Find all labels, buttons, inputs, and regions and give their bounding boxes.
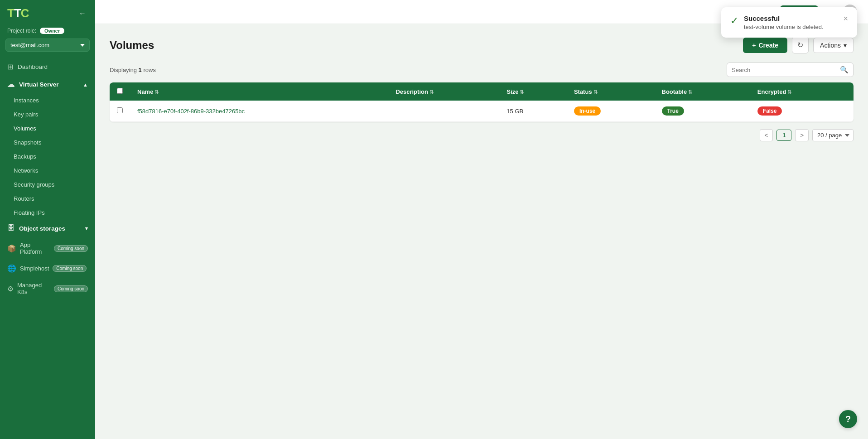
simplehost-badge: Coming soon: [53, 265, 87, 272]
table-body: f58d7816-e70f-402f-86b9-332be47265bc 15 …: [110, 101, 854, 122]
sidebar-item-security-groups[interactable]: Security groups: [0, 178, 95, 192]
toast-title: Successful: [744, 14, 838, 22]
nav-dashboard: ⊞ Dashboard: [0, 58, 95, 76]
encrypted-badge: False: [757, 106, 782, 116]
toast-notification: ✓ Successful test-volume volume is delet…: [721, 7, 857, 38]
app-platform-icon: 📦: [7, 244, 16, 253]
select-all-header: [110, 82, 130, 101]
col-bootable[interactable]: Bootable: [655, 82, 750, 101]
bootable-badge: True: [662, 106, 684, 116]
content-area: Volumes + Create ↻ Actions ▾ Displaying …: [95, 24, 868, 439]
project-selector[interactable]: test@mail.com: [5, 39, 90, 52]
toast-success-icon: ✓: [730, 15, 738, 27]
actions-button[interactable]: Actions ▾: [813, 38, 854, 53]
pagination: < 1 > 10 / page 20 / page 50 / page: [110, 129, 854, 141]
sidebar-collapse-button[interactable]: ←: [77, 8, 88, 19]
displaying-number: 1: [139, 67, 142, 73]
row-description-cell: [388, 101, 499, 122]
owner-badge: Owner: [40, 28, 64, 34]
per-page-selector[interactable]: 10 / page 20 / page 50 / page: [812, 129, 854, 141]
managed-k8s-badge: Coming soon: [54, 285, 88, 292]
displaying-suffix: rows: [143, 67, 155, 73]
sidebar-item-managed-k8s-label: Managed K8s: [17, 282, 50, 295]
nav-object-storages-section: 🗄 Object storages ▾: [0, 220, 95, 237]
row-bootable-cell: True: [655, 101, 750, 122]
chevron-down-icon: ▾: [85, 226, 88, 232]
row-checkbox[interactable]: [117, 107, 123, 113]
sidebar: TTC ← Project role: Owner test@mail.com …: [0, 0, 95, 439]
sidebar-item-managed-k8s[interactable]: ⚙ Managed K8s Coming soon: [0, 277, 95, 300]
sidebar-item-key-pairs[interactable]: Key pairs: [0, 107, 95, 121]
search-input[interactable]: [732, 67, 837, 73]
search-icon[interactable]: 🔍: [840, 66, 849, 74]
row-status-cell: In-use: [567, 101, 655, 122]
refresh-button[interactable]: ↻: [792, 37, 809, 53]
sidebar-item-dashboard[interactable]: ⊞ Dashboard: [0, 58, 95, 76]
project-role-label: Project role:: [7, 28, 36, 34]
volume-name-link[interactable]: f58d7816-e70f-402f-86b9-332be47265bc: [137, 108, 245, 115]
create-plus-icon: +: [752, 42, 756, 49]
app-platform-badge: Coming soon: [54, 245, 88, 252]
create-volume-button[interactable]: + Create: [743, 38, 787, 53]
help-button[interactable]: ?: [839, 410, 857, 428]
displaying-prefix: Displaying: [110, 67, 137, 73]
sidebar-item-app-platform-label: App Platform: [20, 241, 50, 255]
col-encrypted[interactable]: Encrypted: [750, 82, 854, 101]
sidebar-item-routers[interactable]: Routers: [0, 192, 95, 206]
sidebar-item-app-platform[interactable]: 📦 App Platform Coming soon: [0, 237, 95, 260]
sidebar-item-floating-ips[interactable]: Floating IPs: [0, 206, 95, 220]
simplehost-icon: 🌐: [7, 264, 16, 273]
page-header: Volumes + Create ↻ Actions ▾: [110, 37, 854, 53]
page-actions: + Create ↻ Actions ▾: [743, 37, 854, 53]
displaying-count-text: Displaying 1 rows: [110, 67, 156, 73]
sidebar-item-object-storages-label: Object storages: [19, 225, 65, 232]
nav-virtual-server-section: ☁ Virtual Server ▲ Instances Key pairs V…: [0, 76, 95, 220]
table-toolbar: Displaying 1 rows 🔍: [110, 63, 854, 77]
virtual-server-sub-items: Instances Key pairs Volumes Snapshots Ba…: [0, 93, 95, 220]
create-volume-label: Create: [758, 42, 778, 49]
volumes-table: Name Description Size Status Bootable En…: [110, 82, 854, 122]
sidebar-item-instances[interactable]: Instances: [0, 93, 95, 107]
table-header: Name Description Size Status Bootable En…: [110, 82, 854, 101]
col-description[interactable]: Description: [388, 82, 499, 101]
row-encrypted-cell: False: [750, 101, 854, 122]
k8s-icon: ⚙: [7, 285, 14, 293]
sidebar-item-snapshots[interactable]: Snapshots: [0, 135, 95, 150]
project-role-area: Project role: Owner: [0, 25, 95, 39]
row-size-cell: 15 GB: [499, 101, 567, 122]
storage-icon: 🗄: [7, 224, 14, 232]
sidebar-item-virtual-server[interactable]: ☁ Virtual Server ▲: [0, 76, 95, 93]
prev-page-button[interactable]: <: [760, 129, 773, 141]
actions-chevron-icon: ▾: [844, 42, 847, 49]
logo: TTC: [7, 6, 29, 20]
page-title: Volumes: [110, 39, 154, 52]
sidebar-item-simplehost[interactable]: 🌐 Simplehost Coming soon: [0, 260, 95, 277]
toast-content: Successful test-volume volume is deleted…: [744, 14, 838, 30]
table-row: f58d7816-e70f-402f-86b9-332be47265bc 15 …: [110, 101, 854, 122]
select-all-checkbox[interactable]: [117, 88, 123, 94]
sidebar-item-object-storages[interactable]: 🗄 Object storages ▾: [0, 220, 95, 237]
cloud-icon: ☁: [7, 80, 14, 89]
chevron-up-icon: ▲: [83, 82, 88, 87]
toast-close-button[interactable]: ×: [843, 14, 848, 23]
current-page: 1: [776, 130, 791, 141]
sidebar-logo-area: TTC ←: [0, 0, 95, 25]
col-status[interactable]: Status: [567, 82, 655, 101]
next-page-button[interactable]: >: [795, 129, 809, 141]
toast-message: test-volume volume is deleted.: [744, 24, 838, 30]
actions-label: Actions: [820, 42, 841, 49]
dashboard-icon: ⊞: [7, 63, 13, 71]
col-size[interactable]: Size: [499, 82, 567, 101]
sidebar-item-simplehost-label: Simplehost: [20, 265, 49, 272]
refresh-icon: ↻: [797, 41, 803, 49]
status-badge: In-use: [574, 106, 601, 116]
row-name-cell: f58d7816-e70f-402f-86b9-332be47265bc: [130, 101, 388, 122]
main-area: Terms of ser... + Create 👤 Volumes + Cre…: [95, 0, 868, 439]
sidebar-item-dashboard-label: Dashboard: [18, 63, 48, 70]
row-checkbox-cell: [110, 101, 130, 122]
sidebar-item-networks[interactable]: Networks: [0, 164, 95, 178]
sidebar-item-backups[interactable]: Backups: [0, 150, 95, 164]
search-box: 🔍: [727, 63, 854, 77]
col-name[interactable]: Name: [130, 82, 388, 101]
sidebar-item-volumes[interactable]: Volumes: [0, 121, 95, 135]
